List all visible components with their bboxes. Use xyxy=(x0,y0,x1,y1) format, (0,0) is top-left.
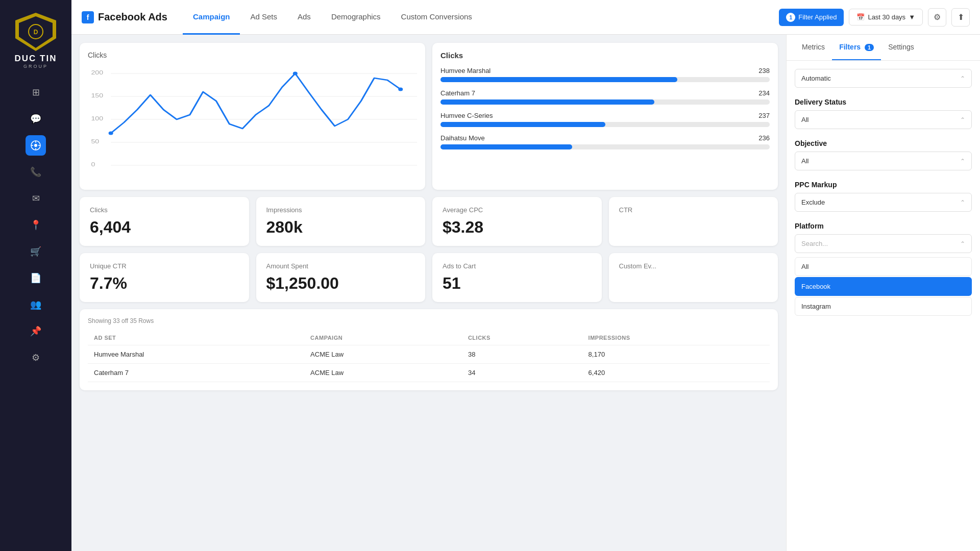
platform-option-facebook[interactable]: Facebook xyxy=(795,277,972,296)
metric-avg-cpc-value: $3.28 xyxy=(443,218,592,237)
delivery-status-value: All xyxy=(801,116,808,123)
breakdown-value-3: 236 xyxy=(758,134,770,142)
metric-ads-to-cart-label: Ads to Cart xyxy=(443,262,592,270)
svg-text:150: 150 xyxy=(91,92,103,98)
automatic-select[interactable]: Automatic ⌃ xyxy=(795,69,972,88)
breakdown-item-3: Daihatsu Move 236 xyxy=(440,134,770,149)
breakdown-label-3: Daihatsu Move xyxy=(440,134,485,142)
breakdown-value-0: 238 xyxy=(758,67,770,74)
logo-text: DUC TIN xyxy=(15,54,57,64)
tab-demographics[interactable]: Demographics xyxy=(321,0,391,35)
logo-container: D DUC TIN GROUP xyxy=(13,5,59,79)
metric-ads-to-cart: Ads to Cart 51 xyxy=(432,253,602,302)
date-range-button[interactable]: 📅 Last 30 days ▼ xyxy=(849,9,923,26)
chat-icon[interactable]: 💬 xyxy=(26,109,46,129)
metric-amount-spent: Amount Spent $1,250.00 xyxy=(256,253,426,302)
date-range-label: Last 30 days xyxy=(868,13,905,21)
cart-icon[interactable]: 🛒 xyxy=(26,241,46,262)
filter-platform: Platform Search... ⌃ All Facebook Instag… xyxy=(795,222,972,316)
row0-clicks: 38 xyxy=(462,345,582,364)
platform-option-all[interactable]: All xyxy=(795,257,972,276)
row1-clicks: 34 xyxy=(462,364,582,382)
facebook-icon: f xyxy=(82,11,94,23)
tab-custom-conversions[interactable]: Custom Conversions xyxy=(391,0,482,35)
location-icon[interactable]: 📍 xyxy=(26,215,46,235)
ppc-markup-label: PPC Markup xyxy=(795,181,972,189)
metric-unique-ctr-label: Unique CTR xyxy=(90,262,239,270)
data-table: AD SET CAMPAIGN CLICKS IMPRESSIONS Humve… xyxy=(88,331,770,382)
filter-badge: 1 xyxy=(786,13,795,22)
filter-section: Automatic ⌃ Delivery Status All ⌃ Object… xyxy=(787,61,980,334)
clicks-chart-title: Clicks xyxy=(88,51,417,59)
platform-search-input[interactable]: Search... ⌃ xyxy=(795,234,972,253)
tab-settings[interactable]: Settings xyxy=(881,35,921,60)
logo-svg: D xyxy=(13,10,59,54)
row0-campaign: ACME Law xyxy=(304,345,462,364)
tab-adsets[interactable]: Ad Sets xyxy=(240,0,287,35)
breakdown-label-0: Humvee Marshal xyxy=(440,67,491,74)
platform-option-instagram[interactable]: Instagram xyxy=(795,297,972,316)
tab-ads[interactable]: Ads xyxy=(287,0,321,35)
filter-button[interactable]: 1 Filter Applied xyxy=(779,9,844,26)
search-placeholder: Search... xyxy=(801,240,828,247)
metric-custom-ev: Custom Ev... xyxy=(609,253,778,302)
right-panel-tabs: Metrics Filters 1 Settings xyxy=(787,35,980,61)
col-campaign: CAMPAIGN xyxy=(304,331,462,345)
objective-select[interactable]: All ⌃ xyxy=(795,152,972,170)
document-icon[interactable]: 📄 xyxy=(26,268,46,288)
pin-icon[interactable]: 📌 xyxy=(26,321,46,341)
sidebar: D DUC TIN GROUP ⊞ 💬 📞 ✉ 📍 🛒 📄 👥 📌 ⚙ xyxy=(0,0,71,551)
breakdown-label-2: Humvee C-Series xyxy=(440,112,493,119)
table-row: Caterham 7 ACME Law 34 6,420 xyxy=(88,364,770,382)
ppc-markup-select[interactable]: Exclude ⌃ xyxy=(795,193,972,212)
svg-point-22 xyxy=(398,88,403,91)
right-panel: Metrics Filters 1 Settings Automatic ⌃ xyxy=(786,35,980,551)
team-icon[interactable]: 👥 xyxy=(26,294,46,315)
clicks-chart-area: 200 150 100 50 0 xyxy=(88,64,417,182)
tab-metrics[interactable]: Metrics xyxy=(795,35,832,60)
share-button[interactable]: ⬆ xyxy=(951,8,970,27)
chevron-icon: ⌃ xyxy=(960,199,965,206)
brand-area: f Facebook Ads xyxy=(82,11,167,23)
breakdown-value-1: 234 xyxy=(758,89,770,97)
row1-adset: Caterham 7 xyxy=(88,364,304,382)
metric-amount-spent-value: $1,250.00 xyxy=(266,274,415,293)
svg-text:200: 200 xyxy=(91,69,103,76)
row1-campaign: ACME Law xyxy=(304,364,462,382)
top-actions: 1 Filter Applied 📅 Last 30 days ▼ ⚙ ⬆ xyxy=(779,8,970,27)
svg-text:D: D xyxy=(34,29,38,36)
svg-text:50: 50 xyxy=(91,138,99,144)
svg-text:100: 100 xyxy=(91,115,103,121)
chevron-icon: ⌃ xyxy=(960,158,965,165)
filters-tab-label: Filters xyxy=(839,43,861,51)
metric-clicks: Clicks 6,404 xyxy=(80,197,249,246)
tab-filters[interactable]: Filters 1 xyxy=(832,35,881,60)
metric-impressions-label: Impressions xyxy=(266,206,415,214)
phone-icon[interactable]: 📞 xyxy=(26,162,46,182)
charts-row: Clicks 200 150 100 50 0 xyxy=(80,43,778,190)
delivery-status-select[interactable]: All ⌃ xyxy=(795,110,972,129)
settings-icon[interactable]: ⚙ xyxy=(26,347,46,368)
filter-objective: Objective All ⌃ xyxy=(795,139,972,170)
metric-unique-ctr-value: 7.7% xyxy=(90,274,239,293)
clicks-chart-card: Clicks 200 150 100 50 0 xyxy=(80,43,425,190)
objective-value: All xyxy=(801,157,808,165)
data-table-card: Showing 33 off 35 Rows AD SET CAMPAIGN C… xyxy=(80,309,778,390)
tab-campaign[interactable]: Campaign xyxy=(183,0,240,35)
mail-icon[interactable]: ✉ xyxy=(26,188,46,209)
ppc-markup-value: Exclude xyxy=(801,198,825,206)
breakdown-label-1: Caterham 7 xyxy=(440,89,475,97)
analytics-icon[interactable] xyxy=(26,135,46,156)
grid-icon[interactable]: ⊞ xyxy=(26,82,46,103)
filter-ppc-markup: PPC Markup Exclude ⌃ xyxy=(795,181,972,212)
logo-sub: GROUP xyxy=(23,64,48,69)
filter-delivery-status: Delivery Status All ⌃ xyxy=(795,98,972,129)
svg-point-5 xyxy=(34,144,37,147)
svg-text:0: 0 xyxy=(91,161,95,167)
columns-button[interactable]: ⚙ xyxy=(928,8,946,27)
filter-label: Filter Applied xyxy=(798,13,837,21)
clicks-breakdown-card: Clicks Humvee Marshal 238 Caterham 7 234 xyxy=(432,43,778,190)
metric-ads-to-cart-value: 51 xyxy=(443,274,592,293)
nav-tabs: Campaign Ad Sets Ads Demographics Custom… xyxy=(183,0,779,35)
col-impressions: IMPRESSIONS xyxy=(582,331,770,345)
